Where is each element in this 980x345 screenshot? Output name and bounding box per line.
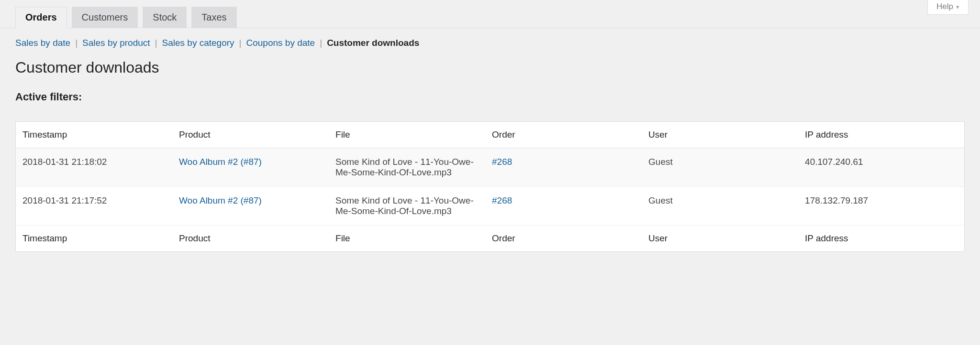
tab-taxes[interactable]: Taxes: [191, 7, 236, 28]
cell-file: Some Kind of Love - 11-You-Owe-Me-Some-K…: [329, 187, 485, 226]
link-sales-by-product[interactable]: Sales by product: [82, 38, 150, 48]
timestamp-text: 2018-01-31 21:18:02: [22, 157, 107, 167]
table-row: 2018-01-31 21:17:52Woo Album #2 (#87)Som…: [16, 187, 964, 226]
link-customer-downloads: Customer downloads: [327, 38, 419, 48]
col-order-footer[interactable]: Order: [485, 226, 642, 252]
col-file-footer[interactable]: File: [329, 226, 485, 252]
tab-customers[interactable]: Customers: [72, 7, 138, 28]
link-coupons-by-date[interactable]: Coupons by date: [246, 38, 315, 48]
chevron-down-icon: ▾: [956, 3, 959, 11]
cell-user: Guest: [642, 148, 798, 187]
table-footer-row: Timestamp Product File Order User IP add…: [16, 226, 964, 252]
link-sales-by-category[interactable]: Sales by category: [162, 38, 234, 48]
help-tab[interactable]: Help ▾: [927, 0, 969, 15]
col-ip[interactable]: IP address: [798, 122, 964, 148]
cell-ip: 40.107.240.61: [798, 148, 964, 187]
cell-timestamp: 2018-01-31 21:18:02: [16, 148, 172, 187]
report-sub-links: Sales by date|Sales by product|Sales by …: [0, 28, 980, 48]
file-text: Some Kind of Love - 11-You-Owe-Me-Some-K…: [335, 195, 474, 216]
tab-stock[interactable]: Stock: [143, 7, 187, 28]
sublink-separator: |: [155, 38, 157, 48]
downloads-table-container: Timestamp Product File Order User IP add…: [15, 121, 965, 252]
cell-order: #268: [485, 148, 642, 187]
nav-tabs: OrdersCustomersStockTaxes: [0, 6, 980, 28]
col-user-footer[interactable]: User: [642, 226, 798, 252]
col-timestamp[interactable]: Timestamp: [16, 122, 172, 148]
ip-text: 40.107.240.61: [805, 157, 863, 167]
col-product-footer[interactable]: Product: [172, 226, 329, 252]
page-title: Customer downloads: [0, 48, 980, 76]
cell-timestamp: 2018-01-31 21:17:52: [16, 187, 172, 226]
user-text: Guest: [648, 157, 673, 167]
col-timestamp-footer[interactable]: Timestamp: [16, 226, 172, 252]
cell-order: #268: [485, 187, 642, 226]
sublink-separator: |: [239, 38, 242, 48]
tab-orders-label: Orders: [25, 12, 57, 22]
ip-text: 178.132.79.187: [805, 195, 868, 205]
tab-stock-label: Stock: [153, 12, 177, 22]
downloads-table: Timestamp Product File Order User IP add…: [16, 122, 964, 251]
order-link[interactable]: #268: [492, 195, 512, 205]
active-filters-heading: Active filters:: [0, 76, 980, 103]
sublink-separator: |: [75, 38, 78, 48]
cell-user: Guest: [642, 187, 798, 226]
user-text: Guest: [648, 195, 673, 205]
table-body: 2018-01-31 21:18:02Woo Album #2 (#87)Som…: [16, 148, 964, 226]
product-link[interactable]: Woo Album #2 (#87): [179, 195, 262, 205]
col-user[interactable]: User: [642, 122, 798, 148]
col-ip-footer[interactable]: IP address: [798, 226, 964, 252]
cell-product: Woo Album #2 (#87): [172, 148, 329, 187]
timestamp-text: 2018-01-31 21:17:52: [22, 195, 107, 205]
cell-file: Some Kind of Love - 11-You-Owe-Me-Some-K…: [329, 148, 485, 187]
help-label: Help: [936, 2, 953, 11]
tab-orders[interactable]: Orders: [15, 7, 67, 28]
sublink-separator: |: [320, 38, 322, 48]
tab-customers-label: Customers: [82, 12, 128, 22]
table-header-row: Timestamp Product File Order User IP add…: [16, 122, 964, 148]
tab-taxes-label: Taxes: [201, 12, 226, 22]
link-sales-by-date[interactable]: Sales by date: [15, 38, 70, 48]
col-order[interactable]: Order: [485, 122, 642, 148]
order-link[interactable]: #268: [492, 157, 512, 167]
cell-product: Woo Album #2 (#87): [172, 187, 329, 226]
file-text: Some Kind of Love - 11-You-Owe-Me-Some-K…: [335, 157, 474, 177]
col-product[interactable]: Product: [172, 122, 329, 148]
table-row: 2018-01-31 21:18:02Woo Album #2 (#87)Som…: [16, 148, 964, 187]
col-file[interactable]: File: [329, 122, 485, 148]
product-link[interactable]: Woo Album #2 (#87): [179, 157, 262, 167]
cell-ip: 178.132.79.187: [798, 187, 964, 226]
